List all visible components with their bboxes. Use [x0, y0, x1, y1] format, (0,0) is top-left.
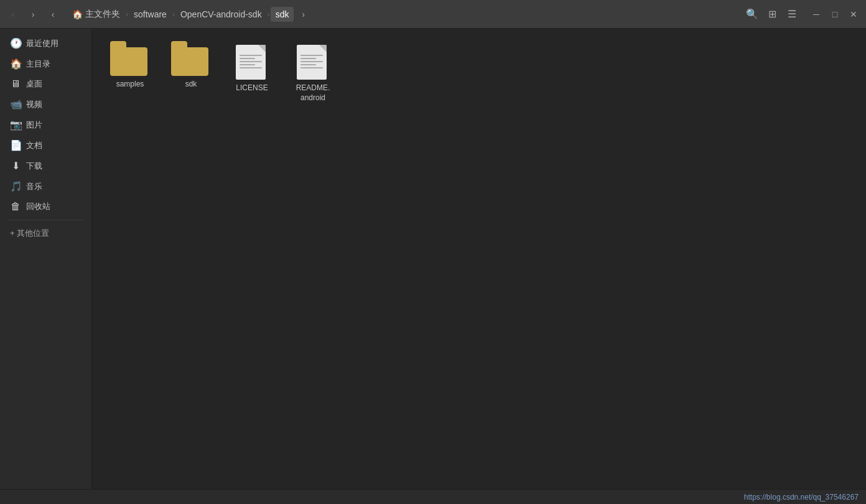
pictures-icon: 📷: [10, 119, 21, 131]
nav-back-button[interactable]: ‹: [4, 5, 22, 24]
sidebar-item-video-label: 视频: [26, 99, 42, 110]
breadcrumb-more-button[interactable]: ›: [294, 5, 312, 24]
breadcrumb: 🏠 主文件夹 › software › OpenCV-android-sdk ›…: [67, 5, 738, 24]
sidebar-item-trash[interactable]: 🗑 回收站: [2, 197, 89, 216]
home-icon: 🏠: [72, 9, 83, 19]
sidebar-item-home[interactable]: 🏠 主目录: [2, 54, 89, 73]
sidebar-item-home-label: 主目录: [26, 58, 50, 70]
sidebar-item-documents-label: 文档: [26, 140, 42, 151]
sidebar-item-desktop-label: 桌面: [26, 78, 42, 90]
file-item-samples[interactable]: samples: [102, 39, 158, 108]
recent-icon: 🕐: [10, 37, 21, 49]
file-label-license: LICENSE: [236, 83, 268, 93]
view-toggle-button[interactable]: ⊞: [763, 5, 781, 24]
folder-icon-sdk: [171, 44, 211, 76]
statusbar-url: https://blog.csdn.net/qq_37546267: [744, 493, 859, 502]
sidebar-item-pictures-label: 图片: [26, 119, 42, 131]
doc-icon-readme: [297, 44, 329, 80]
statusbar: https://blog.csdn.net/qq_37546267: [0, 489, 866, 504]
folder-icon-samples: [110, 44, 150, 76]
file-label-readme: README.android: [296, 83, 330, 103]
sidebar-item-music-label: 音乐: [26, 181, 42, 192]
sidebar-item-downloads-label: 下载: [26, 161, 42, 172]
video-icon: 📹: [10, 98, 21, 110]
other-locations-label: + 其他位置: [10, 228, 49, 239]
nav-forward-button[interactable]: ›: [24, 5, 42, 24]
sidebar-item-documents[interactable]: 📄 文档: [2, 136, 89, 155]
breadcrumb-home-label: 主文件夹: [85, 9, 120, 20]
breadcrumb-opencv-label: OpenCV-android-sdk: [180, 9, 262, 19]
content-area: 🕐 最近使用 🏠 主目录 🖥 桌面 📹 视频 📷 图片 📄 文档 ⬇ 下载 🎵: [0, 29, 866, 489]
documents-icon: 📄: [10, 139, 21, 151]
breadcrumb-software[interactable]: software: [129, 7, 172, 22]
sidebar-item-pictures[interactable]: 📷 图片: [2, 115, 89, 134]
minimize-button[interactable]: ─: [808, 6, 825, 23]
breadcrumb-sdk[interactable]: sdk: [271, 7, 294, 22]
sidebar-item-video[interactable]: 📹 视频: [2, 95, 89, 114]
breadcrumb-home[interactable]: 🏠 主文件夹: [67, 6, 125, 22]
desktop-icon: 🖥: [10, 78, 21, 90]
maximize-button[interactable]: □: [826, 6, 844, 23]
close-button[interactable]: ✕: [845, 6, 862, 23]
sidebar-item-recent[interactable]: 🕐 最近使用: [2, 34, 89, 53]
window-controls: ─ □ ✕: [808, 6, 862, 23]
file-item-readme[interactable]: README.android: [285, 39, 341, 108]
sidebar: 🕐 最近使用 🏠 主目录 🖥 桌面 📹 视频 📷 图片 📄 文档 ⬇ 下载 🎵: [0, 29, 92, 489]
music-icon: 🎵: [10, 180, 21, 192]
breadcrumb-software-label: software: [134, 9, 167, 19]
breadcrumb-opencv[interactable]: OpenCV-android-sdk: [175, 7, 267, 22]
nav-up-button[interactable]: ‹: [44, 5, 62, 24]
file-label-samples: samples: [116, 80, 144, 90]
sidebar-item-recent-label: 最近使用: [26, 38, 58, 49]
file-item-license[interactable]: LICENSE: [224, 39, 280, 108]
sidebar-item-other-locations[interactable]: + 其他位置: [2, 224, 89, 243]
sidebar-divider: [7, 220, 84, 220]
home-sidebar-icon: 🏠: [10, 58, 21, 70]
trash-icon: 🗑: [10, 201, 21, 212]
downloads-icon: ⬇: [10, 160, 21, 172]
file-item-sdk[interactable]: sdk: [163, 39, 219, 108]
menu-button[interactable]: ☰: [783, 5, 801, 24]
search-button[interactable]: 🔍: [743, 5, 761, 24]
sidebar-item-trash-label: 回收站: [26, 201, 50, 212]
doc-icon-license: [236, 44, 268, 80]
topbar-actions: 🔍 ⊞ ☰: [743, 5, 801, 24]
file-area: samples sdk LI: [92, 29, 866, 489]
breadcrumb-sdk-label: sdk: [276, 9, 289, 19]
sidebar-item-music[interactable]: 🎵 音乐: [2, 177, 89, 196]
topbar: ‹ › ‹ 🏠 主文件夹 › software › OpenCV-android…: [0, 0, 866, 29]
breadcrumb-sep-3: ›: [267, 10, 271, 19]
sidebar-item-downloads[interactable]: ⬇ 下载: [2, 156, 89, 175]
sidebar-item-desktop[interactable]: 🖥 桌面: [2, 75, 89, 93]
file-label-sdk: sdk: [185, 80, 197, 90]
